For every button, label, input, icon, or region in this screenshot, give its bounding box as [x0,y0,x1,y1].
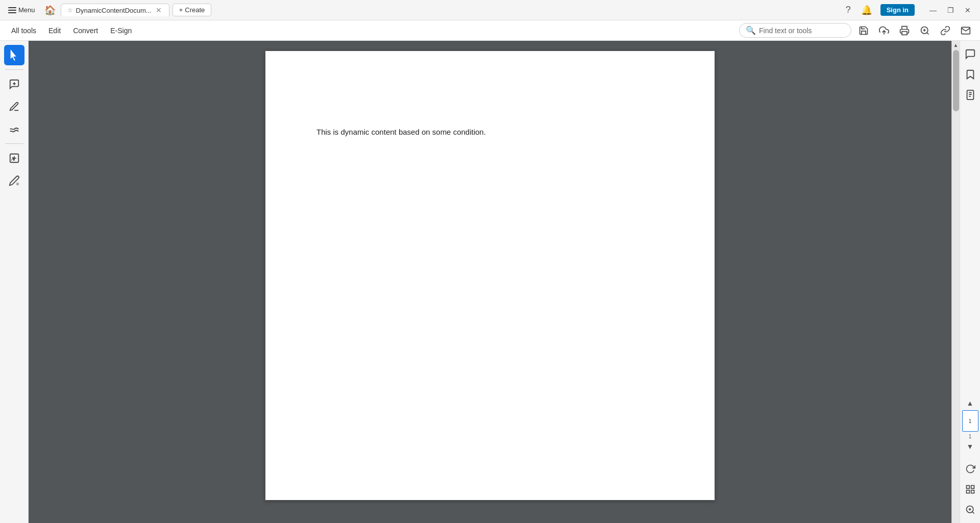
bottom-actions [961,460,979,519]
svg-rect-17 [966,490,969,493]
scroll-thumb[interactable] [953,50,959,111]
bookmarks-panel-button[interactable] [961,65,979,84]
svg-line-20 [972,512,974,514]
page-number: 1 [969,418,972,424]
svg-point-10 [16,183,18,186]
page-thumbnail[interactable]: 1 [962,410,978,432]
menu-label: Menu [18,6,35,14]
zoom-in-button[interactable] [961,501,979,519]
title-bar-left: Menu 🏠 ☆ DynamicContentDocum... ✕ + Crea… [4,3,842,18]
document-area[interactable]: This is dynamic content based on some co… [29,41,951,523]
select-tool-button[interactable] [4,45,24,65]
hamburger-icon [8,7,16,13]
right-panel: ▲ 1 1 ▼ [960,41,980,523]
pages-panel-button[interactable] [961,86,979,104]
sign-tool-button[interactable] [4,170,24,191]
save-button[interactable] [855,23,872,38]
minimize-button[interactable]: — [925,2,941,18]
svg-rect-16 [971,486,974,489]
tab-title: DynamicContentDocum... [76,7,152,14]
mail-button[interactable] [958,23,974,38]
left-toolbar: A [0,41,29,523]
document-content: This is dynamic content based on some co… [316,128,694,136]
scroll-down-button[interactable]: ▼ [964,441,976,452]
tool-divider-1 [5,69,23,70]
create-label: Create [185,6,205,14]
window-controls: — ❐ ✕ [925,2,976,18]
menu-convert[interactable]: Convert [68,23,103,38]
print-button[interactable] [896,23,913,38]
tab-star-icon: ☆ [67,7,73,14]
ocr-button[interactable] [917,23,933,38]
menu-bar: All tools Edit Convert E-Sign 🔍 Find tex… [0,20,980,41]
create-plus-icon: + [179,6,183,14]
svg-rect-18 [971,490,974,493]
menu-all-tools[interactable]: All tools [6,23,41,38]
menu-bar-right: 🔍 Find text or tools [739,23,974,38]
scroll-up-button[interactable]: ▲ [964,398,976,408]
refresh-button[interactable] [961,460,979,478]
home-button[interactable]: 🏠 [42,3,58,18]
page-nav-arrows-down: ▼ [964,441,976,452]
search-placeholder: Find text or tools [759,27,812,35]
tool-divider-2 [5,143,23,144]
menu-esign[interactable]: E-Sign [105,23,137,38]
menu-edit[interactable]: Edit [43,23,66,38]
text-tool-button[interactable]: A [4,148,24,168]
close-button[interactable]: ✕ [960,2,976,18]
page-canvas: This is dynamic content based on some co… [265,51,715,500]
document-tab[interactable]: ☆ DynamicContentDocum... ✕ [61,4,169,16]
maximize-button[interactable]: ❐ [942,2,959,18]
svg-line-3 [927,32,929,34]
signin-button[interactable]: Sign in [880,4,915,16]
svg-rect-1 [902,31,907,35]
search-icon: 🔍 [746,26,756,35]
notifications-button[interactable]: 🔔 [859,3,874,18]
main-area: A This is dynamic content based on some … [0,41,980,523]
search-bar[interactable]: 🔍 Find text or tools [739,23,851,38]
create-button[interactable]: + Create [173,4,212,16]
scroll-up-arrow[interactable]: ▲ [952,41,960,49]
page-navigation: ▲ 1 1 ▼ [962,398,978,456]
title-bar-right: ? 🔔 Sign in — ❐ ✕ [844,2,976,18]
vertical-scrollbar[interactable]: ▲ [951,41,960,523]
comments-panel-button[interactable] [961,45,979,63]
svg-text:A: A [11,156,15,162]
draw-tool-button[interactable] [4,119,24,139]
help-button[interactable]: ? [844,3,853,17]
link-button[interactable] [937,23,953,38]
add-comment-tool-button[interactable] [4,74,24,94]
page-count: 1 [969,434,972,439]
menu-button[interactable]: Menu [4,4,39,16]
scan-button[interactable] [961,480,979,499]
annotate-tool-button[interactable] [4,96,24,117]
page-nav-arrows: ▲ [964,398,976,408]
upload-button[interactable] [876,23,892,38]
title-bar: Menu 🏠 ☆ DynamicContentDocum... ✕ + Crea… [0,0,980,20]
tab-close-button[interactable]: ✕ [155,6,163,14]
svg-rect-15 [966,486,969,489]
